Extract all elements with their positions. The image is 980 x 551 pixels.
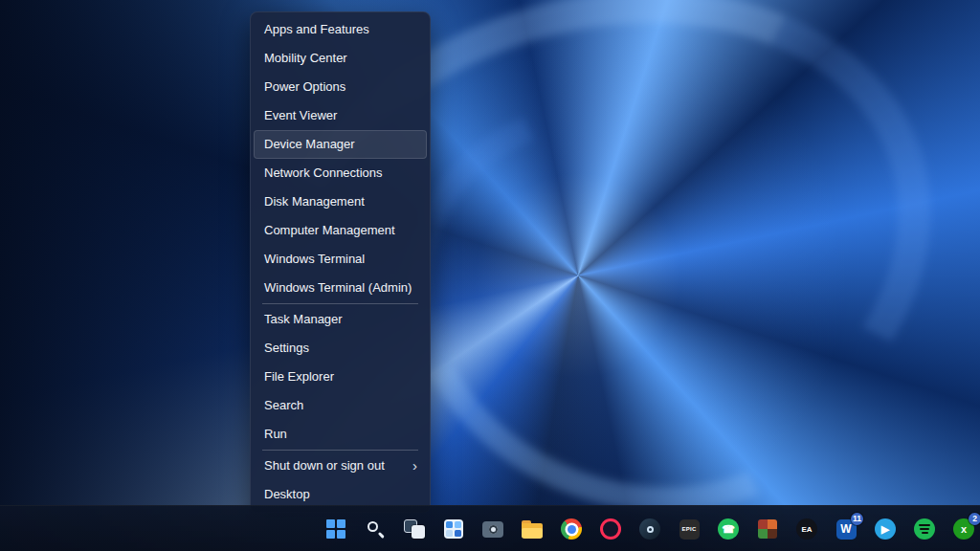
menu-item-task-manager[interactable]: Task Manager <box>254 305 427 334</box>
taskbar-icon-word[interactable]: W11 <box>827 510 865 548</box>
task-view-icon <box>404 519 425 539</box>
taskbar-icon-retro-game[interactable] <box>748 510 787 548</box>
menu-item-label: Windows Terminal <box>264 252 365 266</box>
menu-item-label: Run <box>264 427 287 441</box>
menu-item-label: Search <box>264 398 303 412</box>
taskbar-icon-task-view[interactable] <box>395 510 434 548</box>
folder-icon <box>522 520 543 539</box>
whatsapp-icon: ☎ <box>718 518 739 540</box>
taskbar-icon-ea[interactable]: EA <box>788 510 826 548</box>
search-icon <box>366 519 385 539</box>
opera-icon <box>600 518 621 540</box>
menu-item-power-options[interactable]: Power Options <box>254 73 427 101</box>
menu-item-windows-terminal-admin[interactable]: Windows Terminal (Admin) <box>254 274 427 302</box>
menu-item-label: Disk Management <box>264 194 365 209</box>
menu-item-apps-and-features[interactable]: Apps and Features <box>254 15 427 44</box>
steam-icon <box>639 518 660 540</box>
ea-icon: EA <box>796 518 817 540</box>
taskbar-icon-file-explorer[interactable] <box>513 510 551 548</box>
menu-item-file-explorer[interactable]: File Explorer <box>254 363 427 391</box>
taskbar-icon-camera[interactable] <box>474 510 512 548</box>
menu-item-label: Computer Management <box>264 223 395 237</box>
menu-item-label: Task Manager <box>264 312 343 326</box>
widgets-icon <box>444 519 463 539</box>
menu-separator <box>262 450 418 451</box>
menu-item-label: Apps and Features <box>264 22 369 36</box>
taskbar-icon-telegram[interactable]: ▶ <box>866 510 904 548</box>
menu-item-label: Power Options <box>264 79 345 94</box>
wallpaper-bloom-ribbon <box>347 35 934 551</box>
winx-menu: Apps and FeaturesMobility CenterPower Op… <box>250 11 431 513</box>
retro-game-icon <box>758 519 777 539</box>
windows-logo-icon <box>326 519 345 539</box>
menu-item-label: Device Manager <box>264 137 355 151</box>
menu-item-windows-terminal[interactable]: Windows Terminal <box>254 245 427 274</box>
telegram-icon: ▶ <box>875 518 896 540</box>
menu-separator <box>262 303 418 304</box>
menu-item-label: Windows Terminal (Admin) <box>264 280 412 295</box>
menu-item-label: Desktop <box>264 487 310 501</box>
menu-item-label: File Explorer <box>264 369 334 384</box>
taskbar-icon-widgets[interactable] <box>434 510 473 548</box>
chrome-icon <box>561 518 582 540</box>
taskbar-icon-start[interactable] <box>317 510 355 548</box>
taskbar-icon-whatsapp[interactable]: ☎ <box>709 510 747 548</box>
taskbar-icon-epic-games[interactable]: EPIC <box>670 510 708 548</box>
menu-item-device-manager[interactable]: Device Manager <box>254 130 427 159</box>
taskbar-icon-steam[interactable] <box>631 510 669 548</box>
menu-item-mobility-center[interactable]: Mobility Center <box>254 44 427 73</box>
taskbar: EPIC☎EAW11▶x2 <box>0 505 980 551</box>
menu-item-label: Mobility Center <box>264 51 347 65</box>
notification-badge: 2 <box>969 513 980 525</box>
notification-badge: 11 <box>851 513 863 525</box>
menu-item-label: Event Viewer <box>264 108 337 122</box>
taskbar-icon-spotify[interactable] <box>905 510 944 548</box>
desktop-wallpaper <box>0 0 980 551</box>
menu-item-disk-management[interactable]: Disk Management <box>254 187 427 216</box>
menu-item-label: Settings <box>264 341 309 355</box>
menu-item-event-viewer[interactable]: Event Viewer <box>254 101 427 130</box>
submenu-chevron-icon: › <box>412 452 417 480</box>
menu-item-network-connections[interactable]: Network Connections <box>254 159 427 187</box>
taskbar-icon-row: EPIC☎EAW11▶x2 <box>317 508 980 550</box>
menu-item-run[interactable]: Run <box>254 420 427 449</box>
taskbar-icon-search[interactable] <box>356 510 394 548</box>
taskbar-icon-opera[interactable] <box>591 510 630 548</box>
menu-item-label: Network Connections <box>264 165 383 180</box>
menu-item-shut-down-or-sign-out[interactable]: Shut down or sign out› <box>254 452 427 480</box>
camera-icon <box>482 521 503 538</box>
menu-item-search[interactable]: Search <box>254 391 427 420</box>
taskbar-icon-chrome[interactable] <box>552 510 590 548</box>
menu-item-label: Shut down or sign out <box>264 458 385 473</box>
epic-games-icon: EPIC <box>679 519 700 540</box>
taskbar-icon-xbox[interactable]: x2 <box>945 510 980 548</box>
menu-item-computer-management[interactable]: Computer Management <box>254 216 427 245</box>
spotify-icon <box>914 518 935 540</box>
menu-item-settings[interactable]: Settings <box>254 334 427 363</box>
